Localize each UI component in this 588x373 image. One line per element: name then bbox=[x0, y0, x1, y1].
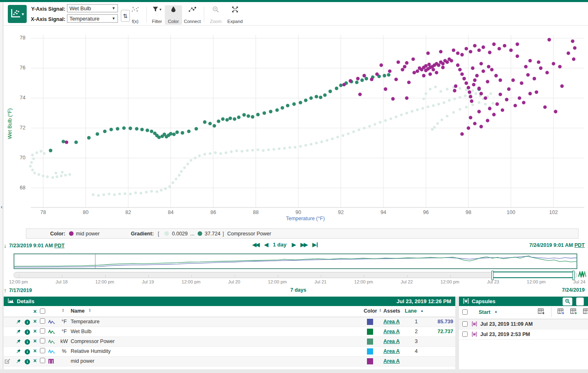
step-to-end-icon[interactable]: ▶ bbox=[312, 242, 318, 248]
info-icon[interactable]: i bbox=[25, 348, 30, 355]
remove-all-icon[interactable]: × bbox=[33, 308, 37, 315]
remove-icon[interactable]: × bbox=[33, 318, 37, 325]
capsule-row[interactable]: Jul 23, 2019 2:53 PM bbox=[459, 329, 588, 340]
assets-column-header[interactable]: Assets bbox=[383, 308, 400, 314]
range-end-timezone[interactable]: PDT bbox=[574, 242, 585, 248]
range-handle-right[interactable] bbox=[572, 271, 574, 280]
asset-link[interactable]: Area A bbox=[383, 329, 400, 334]
swap-axes-button[interactable]: ⇅ bbox=[121, 10, 130, 22]
select-all-checkbox[interactable] bbox=[40, 309, 45, 314]
color-swatch[interactable] bbox=[367, 358, 373, 364]
add-column-icon[interactable] bbox=[558, 309, 565, 316]
y-tick-label: 70 bbox=[10, 155, 25, 161]
remove-icon[interactable]: × bbox=[33, 357, 37, 364]
row-checkbox[interactable] bbox=[40, 328, 45, 334]
scatter-canvas[interactable] bbox=[0, 25, 588, 225]
sort-icon[interactable]: ▲▼ bbox=[88, 308, 91, 312]
step-back-icon[interactable]: ◀ bbox=[264, 242, 267, 248]
range-start-timezone[interactable]: PDT bbox=[54, 243, 65, 249]
pin-icon[interactable] bbox=[16, 349, 21, 355]
time-axis-label: Jul 22 bbox=[390, 279, 424, 284]
capsule-range-bar: ↑ 7/17/2019 7 days 7/24/2019 bbox=[4, 287, 585, 295]
scrollbar-selected-range[interactable] bbox=[492, 272, 574, 278]
connect-button[interactable]: Connect bbox=[180, 5, 204, 25]
investigate-range-icon[interactable] bbox=[578, 271, 586, 278]
overview-range-end[interactable]: 7/24/2019 bbox=[562, 287, 585, 293]
lane-column-header[interactable]: Lane bbox=[405, 308, 417, 314]
time-axis-label: Jul 18 bbox=[44, 279, 79, 284]
add-column-icon[interactable] bbox=[583, 309, 588, 316]
expand-button[interactable]: Expand bbox=[224, 5, 246, 25]
asset-link[interactable]: Area A bbox=[383, 338, 400, 344]
filter-button[interactable]: ▾ Filter bbox=[148, 5, 166, 25]
capsule-checkbox[interactable] bbox=[462, 321, 468, 327]
capsule-row[interactable]: Jul 23, 2019 11:09 AM bbox=[459, 319, 588, 329]
pin-icon[interactable] bbox=[16, 339, 21, 345]
add-column-icon[interactable] bbox=[570, 309, 578, 316]
x-axis-signal-select[interactable]: Temperature ▼ bbox=[67, 14, 118, 23]
add-column-icon[interactable] bbox=[538, 309, 545, 316]
step-forward-icon[interactable]: ▶ bbox=[292, 242, 295, 248]
step-size-label[interactable]: 1 day bbox=[273, 242, 286, 248]
info-icon[interactable]: i bbox=[25, 319, 30, 325]
color-button[interactable]: Color bbox=[165, 5, 182, 25]
range-start-datetime: 7/23/2019 9:01 AM bbox=[9, 243, 53, 249]
info-icon[interactable]: i bbox=[25, 358, 30, 364]
start-column-header[interactable]: Start bbox=[479, 309, 490, 315]
display-range-start[interactable]: ↓ 7/23/2019 9:01 AM PDT bbox=[4, 242, 65, 249]
pin-icon[interactable] bbox=[16, 359, 21, 365]
range-handle-left[interactable] bbox=[491, 271, 493, 280]
color-swatch[interactable] bbox=[367, 348, 373, 355]
remove-icon[interactable]: × bbox=[33, 348, 37, 354]
asset-link[interactable]: Area A bbox=[383, 348, 400, 354]
trend-overview-strip[interactable] bbox=[14, 253, 577, 269]
arrow-down-icon: ↓ bbox=[4, 242, 7, 249]
row-checkbox[interactable] bbox=[40, 318, 45, 324]
y-axis-signal-select[interactable]: Wet Bulb ▼ bbox=[67, 4, 118, 12]
name-column-header[interactable]: Name bbox=[71, 308, 85, 314]
color-swatch[interactable] bbox=[367, 338, 373, 345]
display-range-end[interactable]: 7/24/2019 9:01 AM PDT bbox=[529, 242, 585, 248]
step-forward-fast-icon[interactable]: ▶▶ bbox=[300, 242, 307, 248]
overview-range-start[interactable]: ↑ 7/17/2019 bbox=[4, 287, 32, 294]
details-panel: Details Jul 23, 2019 12:26 PM × ▲▼ Name … bbox=[4, 297, 455, 369]
row-checkbox[interactable] bbox=[40, 358, 45, 363]
edit-icon[interactable] bbox=[5, 358, 10, 365]
capsules-table-header: Start ▲ bbox=[459, 306, 588, 319]
collapse-panel-button[interactable] bbox=[576, 297, 584, 306]
arrow-up-icon: ↑ bbox=[4, 287, 7, 294]
info-icon[interactable]: i bbox=[25, 338, 30, 345]
sort-icon[interactable]: ▲▼ bbox=[379, 308, 382, 312]
color-swatch[interactable] bbox=[367, 329, 373, 335]
remove-icon[interactable]: × bbox=[33, 338, 37, 344]
pin-icon[interactable] bbox=[16, 329, 21, 336]
color-column-header[interactable]: Color bbox=[364, 308, 377, 314]
sort-icon[interactable]: ▲▼ bbox=[62, 308, 65, 312]
info-icon[interactable]: i bbox=[25, 329, 30, 335]
scatter-plot[interactable]: Wet Bulb (°F) Temperature (°F) 788082848… bbox=[0, 25, 588, 225]
x-tick-label: 86 bbox=[205, 210, 221, 215]
color-swatch[interactable] bbox=[367, 319, 373, 325]
color-legend-bar: Color: mid power Gradient: [ 0.0029 ... … bbox=[26, 228, 579, 239]
range-end-datetime: 7/24/2019 9:01 AM bbox=[529, 242, 573, 248]
sort-asc-icon[interactable]: ▲ bbox=[420, 309, 424, 313]
time-scrollbar[interactable] bbox=[14, 272, 577, 278]
chart-type-button[interactable]: ▾ bbox=[8, 5, 27, 23]
signal-icon bbox=[48, 349, 55, 355]
capsule-checkbox[interactable] bbox=[462, 332, 468, 337]
fx-button[interactable]: f(x) bbox=[129, 5, 141, 25]
sort-asc-icon[interactable]: ▲ bbox=[494, 310, 498, 313]
asset-link[interactable]: Area A bbox=[383, 319, 400, 325]
step-back-fast-icon[interactable]: ◀◀ bbox=[252, 242, 259, 248]
asset-link[interactable]: Area A bbox=[383, 358, 400, 364]
capsules-header-separator bbox=[551, 307, 551, 317]
row-checkbox[interactable] bbox=[40, 338, 45, 343]
capsules-select-all-checkbox[interactable] bbox=[462, 309, 468, 315]
remove-icon[interactable]: × bbox=[33, 328, 37, 334]
row-checkbox[interactable] bbox=[40, 348, 45, 353]
overview-range-duration[interactable]: 7 days bbox=[280, 287, 317, 293]
select-all-checkbox-cell bbox=[40, 309, 45, 315]
gradient-max-value: 37.724 bbox=[205, 231, 220, 237]
capsule-search-button[interactable] bbox=[563, 297, 572, 306]
pin-icon[interactable] bbox=[16, 319, 21, 326]
